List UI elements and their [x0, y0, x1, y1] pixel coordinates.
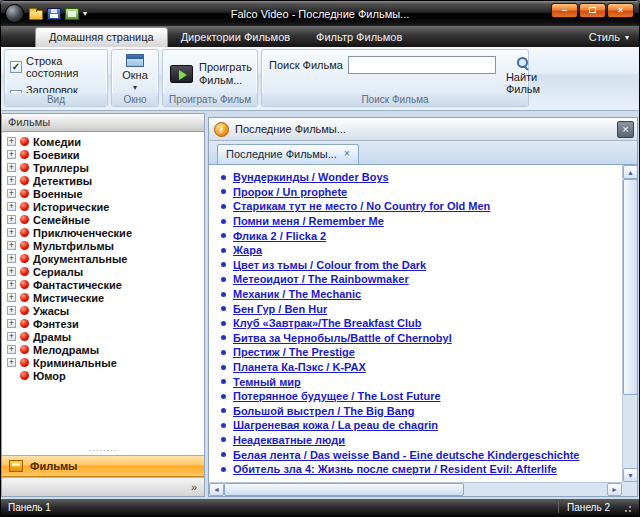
movie-link[interactable]: Помни меня / Remember Me — [233, 215, 384, 227]
movie-search-input[interactable] — [348, 56, 496, 74]
tab-movie-filter[interactable]: Фильтр Фильмов — [303, 28, 415, 47]
movies-nav-button[interactable]: Фильмы — [2, 455, 204, 477]
movie-link[interactable]: Большой выстрел / The Big Bang — [233, 405, 414, 417]
content-close-button[interactable]: × — [617, 121, 634, 138]
movie-link[interactable]: Обитель зла 4: Жизнь после смерти / Resi… — [233, 463, 557, 475]
genre-bullet-icon — [20, 189, 29, 198]
scroll-right-icon[interactable]: ► — [607, 483, 622, 496]
movie-link[interactable]: Механик / The Mechanic — [233, 288, 361, 300]
tab-home[interactable]: Домашняя страница — [35, 27, 168, 47]
movie-link[interactable]: Старикам тут не место / No Country for O… — [233, 200, 490, 212]
genre-item[interactable]: + Фэнтези — [2, 317, 204, 330]
genre-item[interactable]: + Фантастические — [2, 278, 204, 291]
expand-plus-icon[interactable]: + — [7, 176, 16, 185]
status-line-checkbox-row[interactable]: ✓ Строка состояния — [10, 55, 102, 79]
tab-latest-movies[interactable]: Последние Фильмы... × — [217, 144, 359, 164]
maximize-button[interactable] — [579, 3, 606, 18]
genre-item[interactable]: + Сериалы — [2, 265, 204, 278]
expand-plus-icon[interactable]: + — [7, 319, 16, 328]
genre-item[interactable]: + Семейные — [2, 213, 204, 226]
movie-link[interactable]: Темный мир — [233, 376, 301, 388]
media-library-icon[interactable] — [65, 8, 79, 20]
tab-close-icon[interactable]: × — [344, 149, 350, 159]
movie-link[interactable]: Бен Гур / Ben Hur — [233, 303, 327, 315]
genre-item[interactable]: + Комедии — [2, 135, 204, 148]
genre-item[interactable]: + Юмор — [2, 369, 204, 382]
splitter-grip[interactable]: ........ — [2, 446, 204, 455]
scroll-left-icon[interactable]: ◄ — [209, 483, 224, 496]
genre-item[interactable]: + Боевики — [2, 148, 204, 161]
genre-item[interactable]: + Мелодрамы — [2, 343, 204, 356]
vertical-scrollbar[interactable]: ▲ ▼ — [622, 165, 637, 482]
expand-plus-icon[interactable]: + — [7, 293, 16, 302]
horizontal-scrollbar[interactable]: ◄ ► — [209, 482, 622, 496]
movie-link[interactable]: Битва за Чернобыль/Battle of Chernobyl — [233, 332, 452, 344]
save-icon[interactable] — [47, 8, 61, 20]
movie-link[interactable]: Потерянное будущее / The Lost Future — [233, 390, 441, 402]
genre-item[interactable]: + Приключенческие — [2, 226, 204, 239]
movie-link[interactable]: Пророк / Un prophete — [233, 186, 347, 198]
nav-overflow-button[interactable]: » — [191, 481, 197, 493]
expand-plus-icon[interactable]: + — [7, 228, 16, 237]
expand-plus-icon[interactable]: + — [7, 241, 16, 250]
movie-link[interactable]: Метеоидиот / The Rainbowmaker — [233, 273, 409, 285]
expand-plus-icon[interactable]: + — [7, 358, 16, 367]
horizontal-scroll-thumb[interactable] — [224, 483, 464, 496]
expand-plus-icon[interactable]: + — [7, 215, 16, 224]
expand-plus-icon[interactable]: + — [7, 137, 16, 146]
genre-item[interactable]: + Детективы — [2, 174, 204, 187]
minimize-button[interactable]: – — [551, 3, 578, 18]
genre-item[interactable]: + Драмы — [2, 330, 204, 343]
movie-bullet-icon — [221, 277, 226, 282]
movie-link[interactable]: Вундеркинды / Wonder Boys — [233, 171, 389, 183]
movie-link[interactable]: Планета Ка-Пэкс / K-PAX — [233, 361, 366, 373]
play-movie-button[interactable]: Проиграть Фильм... — [167, 60, 253, 88]
windows-button[interactable]: Окна ▾ — [116, 52, 154, 94]
movie-list-item: Жара — [221, 243, 622, 258]
scroll-up-icon[interactable]: ▲ — [623, 165, 637, 179]
movie-link[interactable]: Жара — [233, 244, 262, 256]
genre-item[interactable]: + Триллеры — [2, 161, 204, 174]
expand-plus-icon[interactable]: + — [7, 345, 16, 354]
genre-item[interactable]: + Военные — [2, 187, 204, 200]
resize-grip-icon[interactable] — [622, 503, 632, 513]
tab-movie-directories[interactable]: Директории Фильмов — [168, 28, 303, 47]
movie-link[interactable]: Белая лента / Das weisse Band - Eine deu… — [233, 449, 579, 461]
toolbar-caret-down-icon[interactable]: ▾ — [83, 8, 87, 20]
movie-link[interactable]: Цвет из тьмы / Colour from the Dark — [233, 259, 426, 271]
movie-link[interactable]: Клуб «Завтрак»/The Breakfast Club — [233, 317, 421, 329]
movie-bullet-icon — [221, 292, 226, 297]
genre-item[interactable]: + Документальные — [2, 252, 204, 265]
expand-plus-icon[interactable]: + — [7, 280, 16, 289]
play-movie-label: Проиграть Фильм... — [199, 61, 252, 87]
genre-item[interactable]: + Мистические — [2, 291, 204, 304]
close-button[interactable]: × — [607, 3, 634, 18]
movie-link[interactable]: Престиж / The Prestige — [233, 346, 355, 358]
movie-link[interactable]: Неадекватные люди — [233, 434, 345, 446]
expand-plus-icon[interactable]: + — [7, 267, 16, 276]
scroll-down-icon[interactable]: ▼ — [623, 468, 637, 482]
title-bar[interactable]: ▾ Falco Video - Последние Фильмы... – × — [1, 1, 639, 26]
expand-plus-icon[interactable]: + — [7, 163, 16, 172]
checkbox-checked-icon[interactable]: ✓ — [10, 61, 22, 73]
expand-plus-icon[interactable]: + — [7, 150, 16, 159]
open-folder-icon[interactable] — [29, 10, 43, 20]
app-icon[interactable] — [5, 4, 24, 23]
document-tab-label: Последние Фильмы... — [226, 148, 337, 160]
movie-link[interactable]: Шагреневая кожа / La peau de chagrin — [233, 419, 438, 431]
expand-plus-icon[interactable]: + — [7, 254, 16, 263]
vertical-scroll-thumb[interactable] — [623, 179, 637, 395]
genre-item[interactable]: + Мультфильмы — [2, 239, 204, 252]
movie-link[interactable]: Флика 2 / Flicka 2 — [233, 230, 326, 242]
movie-list-item: Вундеркинды / Wonder Boys — [221, 170, 622, 185]
expand-plus-icon[interactable]: + — [7, 306, 16, 315]
movie-bullet-icon — [221, 219, 226, 224]
genre-item[interactable]: + Ужасы — [2, 304, 204, 317]
expand-plus-icon[interactable]: + — [7, 332, 16, 341]
genre-item[interactable]: + Криминальные — [2, 356, 204, 369]
style-menu[interactable]: Стиль ▾ — [589, 31, 629, 43]
find-movie-button[interactable]: Найти Фильм — [506, 56, 540, 95]
genre-item[interactable]: + Исторические — [2, 200, 204, 213]
expand-plus-icon[interactable]: + — [7, 189, 16, 198]
expand-plus-icon[interactable]: + — [7, 202, 16, 211]
